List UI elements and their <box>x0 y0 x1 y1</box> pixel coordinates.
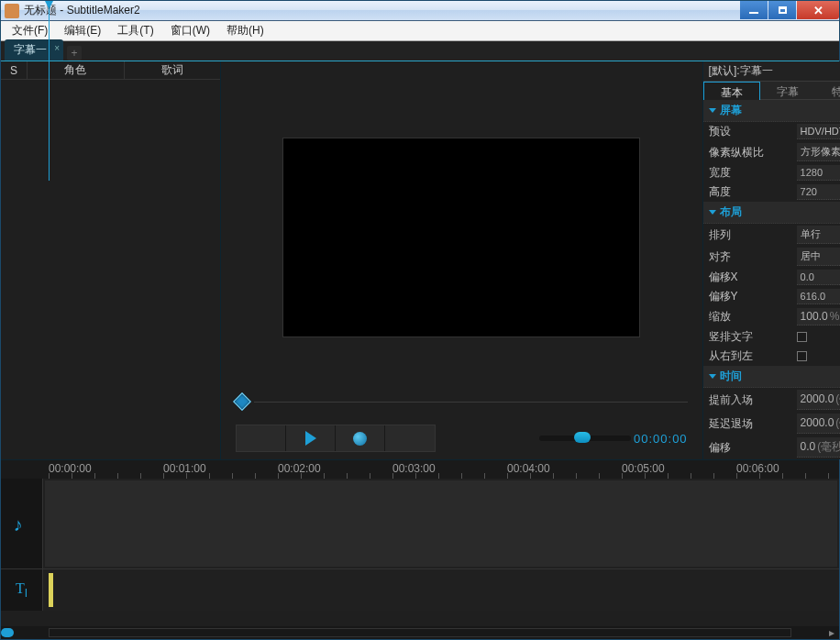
preview-area <box>221 61 702 386</box>
document-tabstrip: 字幕一 × + <box>1 41 839 61</box>
timeline-tracks: TI <box>1 479 839 626</box>
left-subtabs: S 角色 歌词 <box>1 61 220 80</box>
delayout-label: 延迟退场 <box>709 416 797 432</box>
header-prefix: [默认]: <box>709 63 740 79</box>
next-button[interactable] <box>385 425 435 451</box>
main-area: S 角色 歌词 <box>1 61 839 459</box>
maximize-button[interactable] <box>768 1 796 19</box>
delayout-field[interactable]: 2000.0(毫秒) <box>797 414 840 434</box>
timeline-panel: 00:00:00 00:01:00 00:02:00 00:03:00 00:0… <box>1 459 839 639</box>
play-icon <box>305 431 316 446</box>
section-time[interactable]: 时间 <box>703 366 840 388</box>
prev-button[interactable] <box>237 425 286 451</box>
track-body-text[interactable] <box>43 569 839 611</box>
zoom-knob[interactable] <box>1 628 14 637</box>
play-button[interactable] <box>286 425 336 451</box>
arrange-label: 排列 <box>709 227 797 243</box>
section-title: 布局 <box>720 204 742 220</box>
minimize-button[interactable] <box>740 1 768 19</box>
speed-slider[interactable] <box>539 436 631 441</box>
menu-edit[interactable]: 编辑(E) <box>61 21 105 40</box>
vertical-label: 竖排文字 <box>709 329 797 345</box>
ptab-effects[interactable]: 特效 <box>815 82 840 100</box>
slider-thumb[interactable] <box>574 432 591 443</box>
offset-label: 偏移 <box>709 440 797 456</box>
par-label: 像素纵横比 <box>709 145 797 160</box>
prein-label: 提前入场 <box>709 392 797 408</box>
height-field[interactable]: 720 <box>797 184 840 200</box>
subtab-role[interactable]: 角色 <box>27 61 125 79</box>
menubar: 文件(F) 编辑(E) 工具(T) 窗口(W) 帮助(H) <box>1 21 839 41</box>
subtab-lyrics[interactable]: 歌词 <box>125 61 221 79</box>
preset-label: 预设 <box>709 124 797 139</box>
center-panel: 00:00:00 <box>221 61 702 459</box>
offsety-field[interactable]: 616.0 <box>797 289 840 304</box>
height-label: 高度 <box>709 184 797 200</box>
offset-field[interactable]: 0.0(毫秒) <box>797 437 840 458</box>
offsetx-field[interactable]: 0.0 <box>797 270 840 285</box>
subtab-s[interactable]: S <box>1 61 27 79</box>
video-preview[interactable] <box>282 138 640 337</box>
scrollbar-track[interactable] <box>49 628 791 637</box>
tab-label: 字幕一 <box>14 43 47 56</box>
rtl-checkbox[interactable] <box>797 351 807 361</box>
menu-file[interactable]: 文件(F) <box>8 21 51 40</box>
menu-window[interactable]: 窗口(W) <box>167 21 214 40</box>
scroll-right-icon[interactable]: ▸ <box>826 627 837 638</box>
track-head-text[interactable]: TI <box>1 569 43 611</box>
ptab-basic[interactable]: 基本 <box>703 82 760 100</box>
menu-help[interactable]: 帮助(H) <box>223 21 268 40</box>
audio-clip[interactable] <box>45 480 837 567</box>
chevron-down-icon <box>709 108 716 113</box>
tab-subtitle-1[interactable]: 字幕一 × <box>5 39 63 61</box>
menu-tools[interactable]: 工具(T) <box>114 21 157 40</box>
record-button[interactable] <box>336 425 385 451</box>
section-title: 屏幕 <box>720 103 742 118</box>
chevron-down-icon <box>709 210 716 215</box>
width-label: 宽度 <box>709 165 797 181</box>
left-body <box>1 80 220 459</box>
app-icon <box>5 4 19 18</box>
add-tab-button[interactable]: + <box>67 46 82 61</box>
section-layout[interactable]: 布局 <box>703 202 840 224</box>
arrange-dropdown[interactable]: 单行 <box>797 226 840 244</box>
offsetx-label: 偏移X <box>709 270 797 285</box>
vertical-checkbox[interactable] <box>797 332 807 342</box>
header-name: 字幕一 <box>740 63 773 79</box>
track-audio <box>1 479 839 568</box>
tab-close-icon[interactable]: × <box>54 43 60 53</box>
ptab-subtitle[interactable]: 字幕 <box>760 82 815 100</box>
properties-header: [默认]: 字幕一 ▾ ✚ − <box>703 61 840 82</box>
section-title: 时间 <box>720 369 742 384</box>
section-screen[interactable]: 屏幕 <box>703 100 840 122</box>
timeline-ruler[interactable]: 00:00:00 00:01:00 00:02:00 00:03:00 00:0… <box>1 460 839 479</box>
app-window: 无标题 - SubtitleMaker2 ✕ 文件(F) 编辑(E) 工具(T)… <box>0 0 840 640</box>
timeline-scrollbar[interactable]: ◂ ▸ <box>1 626 839 639</box>
keyframe-icon[interactable] <box>233 392 251 411</box>
align-dropdown[interactable]: 居中 <box>797 248 840 266</box>
properties-tabs: 基本 字幕 特效 背景 <box>703 82 840 100</box>
playback-controls: 00:00:00 <box>221 417 702 459</box>
seek-track[interactable] <box>254 402 688 403</box>
close-button[interactable]: ✕ <box>797 1 839 19</box>
rtl-label: 从右到左 <box>709 348 797 364</box>
record-icon <box>353 432 367 446</box>
scale-field[interactable]: 100.0% <box>797 308 840 326</box>
preset-dropdown[interactable]: HDV/HDTV 720 <box>797 124 840 139</box>
prein-field[interactable]: 2000.0(毫秒) <box>797 390 840 410</box>
titlebar[interactable]: 无标题 - SubtitleMaker2 ✕ <box>1 1 839 21</box>
track-body-audio[interactable] <box>43 479 839 568</box>
par-dropdown[interactable]: 方形像素 <box>797 143 840 161</box>
transport-group <box>236 425 436 452</box>
text-clip[interactable] <box>49 573 53 607</box>
track-head-audio[interactable] <box>1 479 43 568</box>
width-field[interactable]: 1280 <box>797 165 840 181</box>
seek-row <box>221 386 702 417</box>
music-note-icon <box>14 514 30 533</box>
offsety-label: 偏移Y <box>709 289 797 304</box>
chevron-down-icon <box>709 374 716 379</box>
playhead[interactable] <box>49 1 50 181</box>
scale-label: 缩放 <box>709 309 797 325</box>
left-panel: S 角色 歌词 <box>1 61 221 459</box>
timecode-display: 00:00:00 <box>634 432 688 446</box>
